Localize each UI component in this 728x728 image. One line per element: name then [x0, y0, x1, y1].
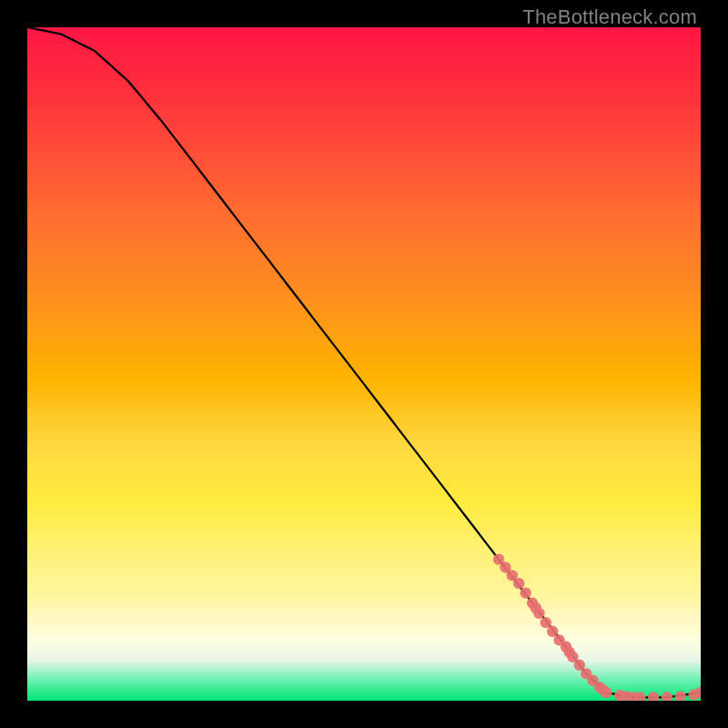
chart-marker [601, 687, 612, 698]
chart-marker [533, 608, 544, 619]
chart-marker [513, 578, 524, 589]
chart-curve [27, 27, 701, 697]
chart-plot-area [27, 27, 701, 701]
chart-marker [662, 692, 672, 701]
watermark-text: TheBottleneck.com [522, 5, 697, 29]
chart-marker [675, 691, 686, 701]
chart-markers [493, 553, 701, 701]
chart-marker [520, 587, 531, 598]
chart-overlay [27, 27, 701, 701]
chart-marker [648, 692, 659, 701]
